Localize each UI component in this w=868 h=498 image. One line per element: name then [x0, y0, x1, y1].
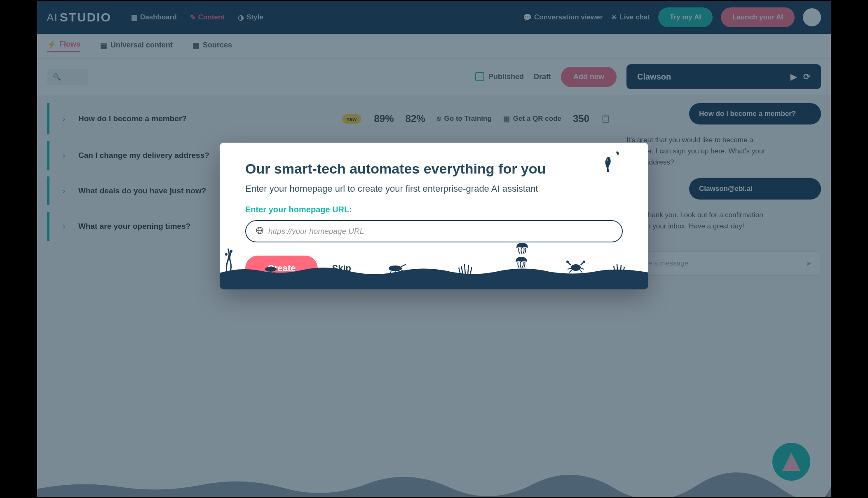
- svg-point-10: [389, 265, 402, 271]
- modal-input-label: Enter your homepage URL:: [245, 205, 623, 214]
- svg-point-14: [571, 264, 581, 271]
- svg-point-5: [228, 258, 230, 261]
- svg-line-17: [569, 270, 572, 272]
- svg-point-16: [583, 261, 585, 263]
- url-input-wrap[interactable]: [245, 220, 623, 242]
- modal-subtitle: Enter your homepage url to create your f…: [245, 183, 623, 194]
- modal-title: Our smart-tech automates everything for …: [245, 161, 623, 177]
- svg-line-20: [581, 268, 584, 269]
- svg-line-19: [568, 268, 571, 269]
- modal-overlay[interactable]: Our smart-tech automates everything for …: [37, 1, 831, 497]
- onboarding-modal: Our smart-tech automates everything for …: [220, 143, 648, 289]
- homepage-url-input[interactable]: [268, 227, 612, 236]
- svg-point-3: [225, 253, 228, 256]
- seabed-decor: [220, 242, 648, 289]
- globe-icon: [256, 227, 263, 236]
- svg-point-15: [566, 261, 569, 263]
- svg-point-6: [265, 267, 277, 272]
- seahorse-decor: [604, 150, 622, 175]
- svg-line-18: [580, 270, 582, 272]
- svg-point-4: [230, 250, 232, 252]
